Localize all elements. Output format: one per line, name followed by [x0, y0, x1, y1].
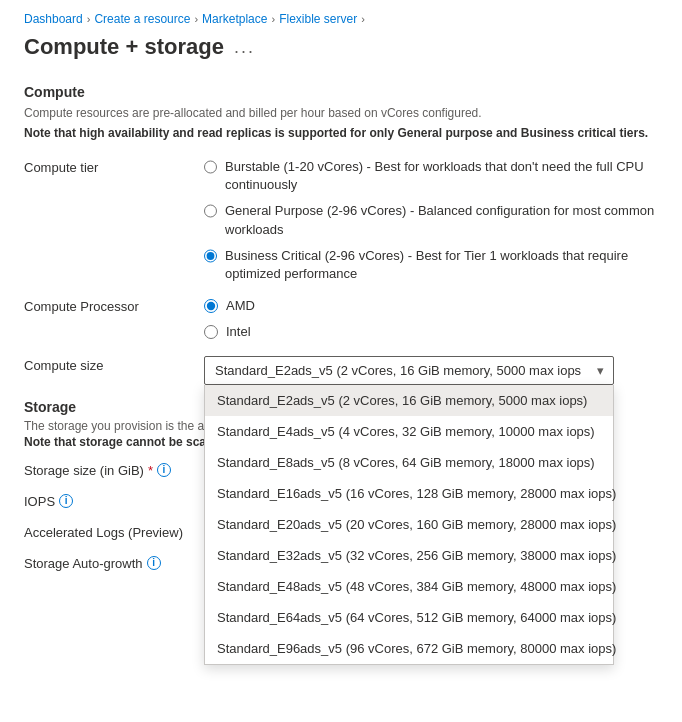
compute-size-container: Standard_E2ads_v5 (2 vCores, 16 GiB memo…	[204, 356, 658, 385]
compute-description: Compute resources are pre-allocated and …	[24, 104, 658, 122]
breadcrumb-sep-3: ›	[271, 13, 275, 25]
dropdown-option-8[interactable]: Standard_E96ads_v5 (96 vCores, 672 GiB m…	[205, 633, 613, 664]
dropdown-option-3[interactable]: Standard_E16ads_v5 (16 vCores, 128 GiB m…	[205, 478, 613, 509]
auto-growth-label: Storage Auto-growth i	[24, 554, 204, 571]
tier-general-label: General Purpose (2-96 vCores) - Balanced…	[225, 202, 658, 238]
processor-intel[interactable]: Intel	[204, 323, 658, 341]
tier-burstable-radio[interactable]	[204, 160, 217, 174]
dropdown-option-0[interactable]: Standard_E2ads_v5 (2 vCores, 16 GiB memo…	[205, 385, 613, 416]
breadcrumb-sep-2: ›	[194, 13, 198, 25]
tier-business[interactable]: Business Critical (2-96 vCores) - Best f…	[204, 247, 658, 283]
page-title-menu-icon[interactable]: ...	[234, 37, 255, 58]
dropdown-option-7[interactable]: Standard_E64ads_v5 (64 vCores, 512 GiB m…	[205, 602, 613, 633]
breadcrumb-flexible-server: Flexible server	[279, 12, 357, 26]
compute-description-bold: Note that high availability and read rep…	[24, 124, 658, 142]
compute-size-dropdown-list: Standard_E2ads_v5 (2 vCores, 16 GiB memo…	[204, 385, 614, 665]
tier-general-radio[interactable]	[204, 204, 217, 218]
compute-processor-options: AMD Intel	[204, 297, 658, 341]
dropdown-option-5[interactable]: Standard_E32ads_v5 (32 vCores, 256 GiB m…	[205, 540, 613, 571]
auto-growth-info-icon[interactable]: i	[147, 556, 161, 570]
breadcrumb-marketplace[interactable]: Marketplace	[202, 12, 267, 26]
compute-section: Compute Compute resources are pre-alloca…	[24, 84, 658, 385]
tier-burstable[interactable]: Burstable (1-20 vCores) - Best for workl…	[204, 158, 658, 194]
tier-business-radio[interactable]	[204, 249, 217, 263]
compute-size-row: Compute size Standard_E2ads_v5 (2 vCores…	[24, 356, 658, 385]
breadcrumb-sep-4: ›	[361, 13, 365, 25]
compute-tier-row: Compute tier Burstable (1-20 vCores) - B…	[24, 158, 658, 283]
compute-tier-options: Burstable (1-20 vCores) - Best for workl…	[204, 158, 658, 283]
dropdown-option-4[interactable]: Standard_E20ads_v5 (20 vCores, 160 GiB m…	[205, 509, 613, 540]
dropdown-option-6[interactable]: Standard_E48ads_v5 (48 vCores, 384 GiB m…	[205, 571, 613, 602]
tier-burstable-label: Burstable (1-20 vCores) - Best for workl…	[225, 158, 658, 194]
compute-size-select[interactable]: Standard_E2ads_v5 (2 vCores, 16 GiB memo…	[204, 356, 614, 385]
page-title: Compute + storage	[24, 34, 224, 60]
dropdown-option-2[interactable]: Standard_E8ads_v5 (8 vCores, 64 GiB memo…	[205, 447, 613, 478]
tier-business-label: Business Critical (2-96 vCores) - Best f…	[225, 247, 658, 283]
iops-label: IOPS i	[24, 492, 204, 509]
processor-amd-radio[interactable]	[204, 299, 218, 313]
dropdown-option-1[interactable]: Standard_E4ads_v5 (4 vCores, 32 GiB memo…	[205, 416, 613, 447]
processor-amd[interactable]: AMD	[204, 297, 658, 315]
breadcrumb: Dashboard › Create a resource › Marketpl…	[24, 12, 658, 26]
compute-section-title: Compute	[24, 84, 658, 100]
tier-general[interactable]: General Purpose (2-96 vCores) - Balanced…	[204, 202, 658, 238]
compute-size-label: Compute size	[24, 356, 204, 373]
accel-logs-label: Accelerated Logs (Preview)	[24, 523, 204, 540]
processor-amd-label: AMD	[226, 297, 255, 315]
storage-size-required: *	[148, 463, 153, 478]
compute-processor-label: Compute Processor	[24, 297, 204, 314]
storage-size-info-icon[interactable]: i	[157, 463, 171, 477]
storage-size-label: Storage size (in GiB) * i	[24, 461, 204, 478]
breadcrumb-create-resource[interactable]: Create a resource	[94, 12, 190, 26]
processor-intel-radio[interactable]	[204, 325, 218, 339]
compute-processor-row: Compute Processor AMD Intel	[24, 297, 658, 341]
breadcrumb-sep-1: ›	[87, 13, 91, 25]
processor-intel-label: Intel	[226, 323, 251, 341]
iops-info-icon[interactable]: i	[59, 494, 73, 508]
breadcrumb-dashboard[interactable]: Dashboard	[24, 12, 83, 26]
compute-tier-label: Compute tier	[24, 158, 204, 175]
compute-size-dropdown-wrapper: Standard_E2ads_v5 (2 vCores, 16 GiB memo…	[204, 356, 614, 385]
